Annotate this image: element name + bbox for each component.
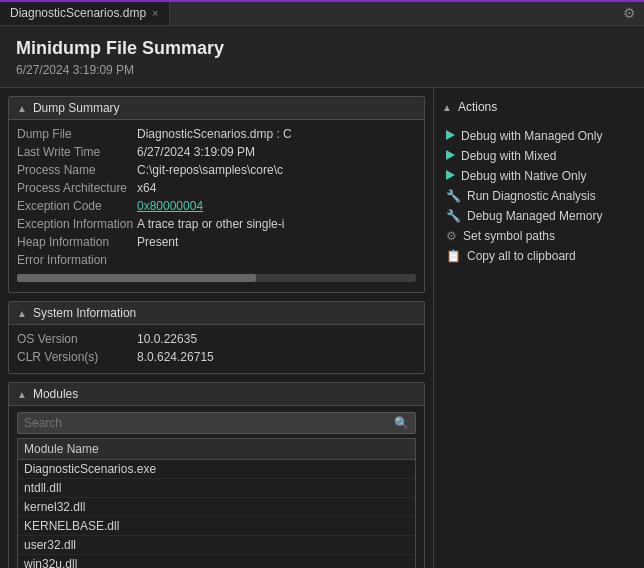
os-version-value: 10.0.22635: [137, 332, 197, 346]
actions-header: ▲ Actions: [442, 96, 636, 118]
system-info-header[interactable]: ▲ System Information: [9, 302, 424, 325]
set-symbol-paths-label: Set symbol paths: [463, 229, 555, 243]
tab-label: DiagnosticScenarios.dmp: [10, 6, 146, 20]
wrench-icon: 🔧: [446, 189, 461, 203]
dump-file-value: DiagnosticScenarios.dmp : C: [137, 127, 292, 141]
run-diagnostic-label: Run Diagnostic Analysis: [467, 189, 596, 203]
collapse-icon-sys: ▲: [17, 308, 27, 319]
list-item[interactable]: kernel32.dll: [18, 498, 415, 517]
tab-diagnostics[interactable]: DiagnosticScenarios.dmp ×: [0, 0, 170, 25]
scrollbar-thumb: [17, 274, 256, 282]
scrollbar-track: [17, 274, 416, 282]
exception-code-value[interactable]: 0x80000004: [137, 199, 203, 213]
debug-native-only-label: Debug with Native Only: [461, 169, 586, 183]
heap-info-value: Present: [137, 235, 178, 249]
debug-native-only-action[interactable]: Debug with Native Only: [442, 166, 636, 186]
dump-summary-title: Dump Summary: [33, 101, 120, 115]
table-row: CLR Version(s) 8.0.624.26715: [13, 349, 420, 367]
page-header: Minidump File Summary 6/27/2024 3:19:09 …: [0, 26, 644, 88]
copy-clipboard-label: Copy all to clipboard: [467, 249, 576, 263]
left-panel: ▲ Dump Summary Dump File DiagnosticScena…: [0, 88, 434, 568]
debug-managed-memory-action[interactable]: 🔧 Debug Managed Memory: [442, 206, 636, 226]
process-name-value: C:\git-repos\samples\core\c: [137, 163, 283, 177]
last-write-value: 6/27/2024 3:19:09 PM: [137, 145, 255, 159]
list-item[interactable]: ntdll.dll: [18, 479, 415, 498]
collapse-icon: ▲: [17, 103, 27, 114]
horizontal-scrollbar[interactable]: [17, 272, 416, 284]
system-info-title: System Information: [33, 306, 136, 320]
run-diagnostic-action[interactable]: 🔧 Run Diagnostic Analysis: [442, 186, 636, 206]
table-row: Exception Code 0x80000004: [13, 198, 420, 216]
modules-table: Module Name DiagnosticScenarios.exe ntdl…: [17, 438, 416, 568]
system-info-table: OS Version 10.0.22635 CLR Version(s) 8.0…: [9, 325, 424, 373]
debug-managed-only-action[interactable]: Debug with Managed Only: [442, 126, 636, 146]
list-item[interactable]: user32.dll: [18, 536, 415, 555]
modules-column-header: Module Name: [18, 439, 415, 460]
list-item[interactable]: DiagnosticScenarios.exe: [18, 460, 415, 479]
settings-icon[interactable]: ⚙: [615, 5, 644, 21]
page-title: Minidump File Summary: [16, 38, 628, 59]
table-row: Last Write Time 6/27/2024 3:19:09 PM: [13, 144, 420, 162]
modules-title: Modules: [33, 387, 78, 401]
error-info-label: Error Information: [17, 253, 137, 267]
modules-section: ▲ Modules 🔍 Module Name DiagnosticScenar…: [8, 382, 425, 568]
clipboard-icon: 📋: [446, 249, 461, 263]
debug-managed-memory-label: Debug Managed Memory: [467, 209, 602, 223]
table-row: Process Name C:\git-repos\samples\core\c: [13, 162, 420, 180]
table-row: Process Architecture x64: [13, 180, 420, 198]
actions-title: Actions: [458, 100, 497, 114]
dump-summary-table: Dump File DiagnosticScenarios.dmp : C La…: [9, 120, 424, 292]
wrench-icon-memory: 🔧: [446, 209, 461, 223]
play-icon-native: [446, 169, 455, 183]
modules-header[interactable]: ▲ Modules: [9, 383, 424, 406]
search-input[interactable]: [24, 416, 394, 430]
main-content: ▲ Dump Summary Dump File DiagnosticScena…: [0, 88, 644, 568]
play-icon: [446, 129, 455, 143]
exception-info-label: Exception Information: [17, 217, 137, 231]
list-item[interactable]: win32u.dll: [18, 555, 415, 568]
table-row: Heap Information Present: [13, 234, 420, 252]
process-arch-value: x64: [137, 181, 156, 195]
table-row: Exception Information A trace trap or ot…: [13, 216, 420, 234]
dump-summary-section: ▲ Dump Summary Dump File DiagnosticScena…: [8, 96, 425, 293]
tab-close-button[interactable]: ×: [152, 7, 158, 19]
modules-content: 🔍 Module Name DiagnosticScenarios.exe nt…: [9, 412, 424, 568]
clr-version-label: CLR Version(s): [17, 350, 137, 364]
gear-icon: ⚙: [446, 229, 457, 243]
system-info-section: ▲ System Information OS Version 10.0.226…: [8, 301, 425, 374]
heap-info-label: Heap Information: [17, 235, 137, 249]
collapse-icon-actions: ▲: [442, 102, 452, 113]
header-date: 6/27/2024 3:19:09 PM: [16, 63, 628, 77]
debug-mixed-label: Debug with Mixed: [461, 149, 556, 163]
debug-mixed-action[interactable]: Debug with Mixed: [442, 146, 636, 166]
process-arch-label: Process Architecture: [17, 181, 137, 195]
search-box: 🔍: [17, 412, 416, 434]
set-symbol-paths-action[interactable]: ⚙ Set symbol paths: [442, 226, 636, 246]
dump-summary-header[interactable]: ▲ Dump Summary: [9, 97, 424, 120]
table-row: OS Version 10.0.22635: [13, 331, 420, 349]
list-item[interactable]: KERNELBASE.dll: [18, 517, 415, 536]
exception-info-value: A trace trap or other single-i: [137, 217, 284, 231]
debug-managed-only-label: Debug with Managed Only: [461, 129, 602, 143]
process-name-label: Process Name: [17, 163, 137, 177]
copy-clipboard-action[interactable]: 📋 Copy all to clipboard: [442, 246, 636, 266]
collapse-icon-mod: ▲: [17, 389, 27, 400]
table-row: Error Information: [13, 252, 420, 270]
clr-version-value: 8.0.624.26715: [137, 350, 214, 364]
exception-code-label: Exception Code: [17, 199, 137, 213]
search-icon: 🔍: [394, 416, 409, 430]
right-panel: ▲ Actions Debug with Managed Only Debug …: [434, 88, 644, 568]
os-version-label: OS Version: [17, 332, 137, 346]
tab-bar: DiagnosticScenarios.dmp × ⚙: [0, 0, 644, 26]
table-row: Dump File DiagnosticScenarios.dmp : C: [13, 126, 420, 144]
play-icon-mixed: [446, 149, 455, 163]
dump-file-label: Dump File: [17, 127, 137, 141]
last-write-label: Last Write Time: [17, 145, 137, 159]
